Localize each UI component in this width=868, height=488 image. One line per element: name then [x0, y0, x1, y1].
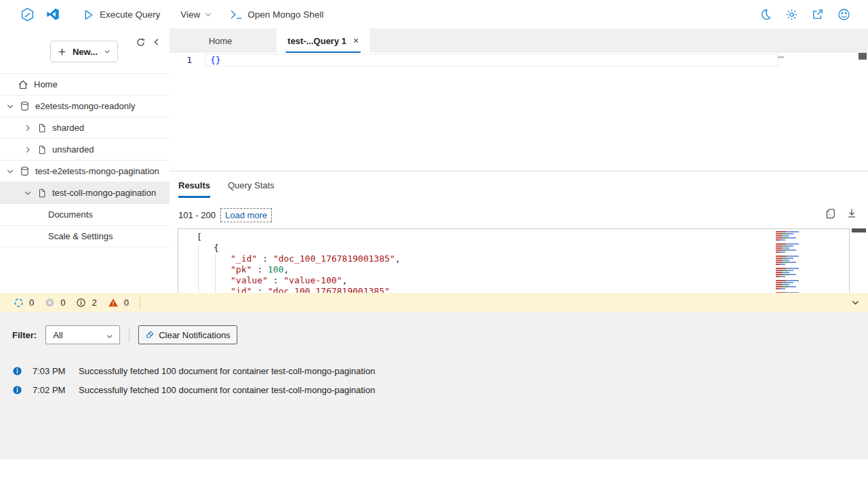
- warning-count-value: 0: [124, 298, 129, 308]
- results-minimap: [776, 231, 807, 293]
- theme-toggle-button[interactable]: [760, 8, 772, 20]
- error-icon: [45, 298, 55, 308]
- load-more-button[interactable]: Load more: [220, 208, 272, 222]
- close-tab-icon[interactable]: ×: [353, 36, 359, 45]
- new-button-label: New...: [73, 47, 98, 57]
- tab-home[interactable]: Home: [192, 28, 249, 53]
- filter-select-value: All: [53, 330, 62, 340]
- tree-item-database-pagination[interactable]: test-e2etests-mongo-pagination: [0, 160, 170, 182]
- tree-item-label: Scale & Settings: [48, 231, 113, 241]
- notifications-panel: Filter: All Clear Notifications: [0, 312, 868, 460]
- chevron-down-icon[interactable]: [23, 189, 33, 197]
- loading-count[interactable]: 0: [14, 298, 34, 308]
- open-mongo-shell-label: Open Mongo Shell: [248, 9, 323, 20]
- results-tabbar: Results Query Stats: [170, 171, 868, 198]
- collection-icon: [37, 188, 47, 198]
- chevron-down-icon[interactable]: [5, 102, 15, 110]
- error-count-value: 0: [60, 298, 65, 308]
- notification-statusbar[interactable]: 0 0 2 0: [0, 293, 868, 312]
- results-json-editor[interactable]: [{"_id" : "doc_100_1767819001385","pk" :…: [178, 228, 850, 293]
- notification-message: Successfully fetched 100 document for co…: [79, 366, 375, 376]
- tree-item-unsharded[interactable]: unsharded: [0, 138, 170, 160]
- tree-item-collection-pagination[interactable]: test-coll-mongo-pagination: [0, 182, 170, 203]
- smiley-icon: [837, 8, 850, 21]
- home-icon: [18, 79, 28, 90]
- open-in-new-window-button[interactable]: [812, 8, 824, 20]
- editor-scrollbar[interactable]: [859, 53, 867, 60]
- vscode-logo-icon: [46, 7, 60, 21]
- clear-notifications-button[interactable]: Clear Notifications: [138, 325, 237, 344]
- info-count-value: 2: [92, 298, 96, 308]
- chevron-down-icon: [106, 332, 113, 342]
- notification-time: 7:03 PM: [33, 366, 68, 376]
- warning-count[interactable]: 0: [108, 298, 129, 308]
- feedback-button[interactable]: [837, 8, 850, 21]
- view-menu-button[interactable]: View: [180, 9, 212, 20]
- chevron-down-icon[interactable]: [5, 167, 15, 176]
- divider: [0, 247, 170, 247]
- open-mongo-shell-button[interactable]: Open Mongo Shell: [230, 9, 323, 20]
- tree-item-label: test-coll-mongo-pagination: [52, 188, 156, 198]
- tree-item-database-readonly[interactable]: e2etests-mongo-readonly: [0, 95, 170, 117]
- document-tabbar: Home test-...Query 1 ×: [170, 28, 868, 53]
- download-results-button[interactable]: [846, 208, 857, 220]
- indent-guide: [215, 254, 216, 293]
- error-count[interactable]: 0: [45, 298, 65, 308]
- execute-query-label: Execute Query: [100, 9, 160, 20]
- chevron-down-icon: [204, 10, 212, 18]
- chevron-right-icon[interactable]: [23, 124, 33, 132]
- notification-item[interactable]: 7:02 PM Successfully fetched 100 documen…: [12, 380, 868, 399]
- chevron-left-icon: [152, 37, 161, 47]
- play-icon: [83, 9, 94, 20]
- notification-item[interactable]: 7:03 PM Successfully fetched 100 documen…: [12, 361, 868, 380]
- download-icon: [846, 208, 857, 219]
- notification-message: Successfully fetched 100 document for co…: [79, 385, 375, 395]
- tab-query[interactable]: test-...Query 1 ×: [277, 28, 370, 53]
- sidebar-item-home[interactable]: Home: [0, 73, 170, 95]
- info-count[interactable]: 2: [76, 298, 96, 308]
- editor-minimap: [778, 56, 784, 58]
- collapse-notifications-button[interactable]: [851, 298, 860, 307]
- settings-button[interactable]: [785, 8, 798, 21]
- result-range-label: 101 - 200: [178, 210, 216, 220]
- tab-query-stats[interactable]: Query Stats: [228, 180, 275, 198]
- line-number: 1: [170, 55, 192, 65]
- results-scrollbar[interactable]: [852, 228, 866, 232]
- execute-query-button[interactable]: Execute Query: [83, 9, 160, 20]
- pagination-row: 101 - 200 Load more: [178, 206, 868, 224]
- copy-icon: [825, 208, 837, 220]
- tree-item-sharded[interactable]: sharded: [0, 117, 170, 138]
- results-pane: Results Query Stats 101 - 200 Load more: [170, 171, 868, 293]
- toolbar: Execute Query View Open Mongo Shell: [0, 0, 868, 28]
- tree-item-label: Documents: [48, 209, 93, 220]
- resource-tree-sidebar: New...: [0, 28, 170, 293]
- bottom-strip: [0, 460, 868, 488]
- filter-select[interactable]: All: [45, 325, 120, 344]
- results-json: [{"_id" : "doc_100_1767819001385","pk" :…: [197, 232, 849, 293]
- moon-icon: [760, 8, 772, 20]
- query-editor[interactable]: 1 {}: [170, 53, 868, 171]
- chevron-down-icon: [104, 48, 111, 55]
- tree-item-scale-settings[interactable]: Scale & Settings: [0, 225, 170, 247]
- cosmosdb-logo-icon: [20, 7, 35, 22]
- tree-item-label: test-e2etests-mongo-pagination: [35, 166, 159, 176]
- refresh-button[interactable]: [136, 37, 146, 49]
- loading-icon: [14, 298, 24, 308]
- tree-item-documents[interactable]: Documents: [0, 203, 170, 225]
- database-icon: [20, 101, 30, 111]
- plus-icon: [58, 47, 66, 56]
- collapse-sidebar-button[interactable]: [152, 37, 161, 49]
- chevron-down-icon: [851, 298, 860, 307]
- loading-count-value: 0: [29, 298, 34, 308]
- info-icon: [76, 298, 86, 308]
- copy-results-button[interactable]: [825, 208, 837, 220]
- refresh-icon: [136, 37, 146, 47]
- new-button[interactable]: New...: [50, 41, 118, 62]
- indent-guide: [198, 243, 199, 293]
- query-text: {}: [210, 55, 221, 65]
- app-window: Execute Query View Open Mongo Shell: [0, 0, 868, 488]
- divider: [140, 297, 140, 308]
- terminal-icon: [230, 9, 242, 20]
- chevron-right-icon[interactable]: [23, 146, 33, 154]
- tab-results[interactable]: Results: [178, 180, 210, 198]
